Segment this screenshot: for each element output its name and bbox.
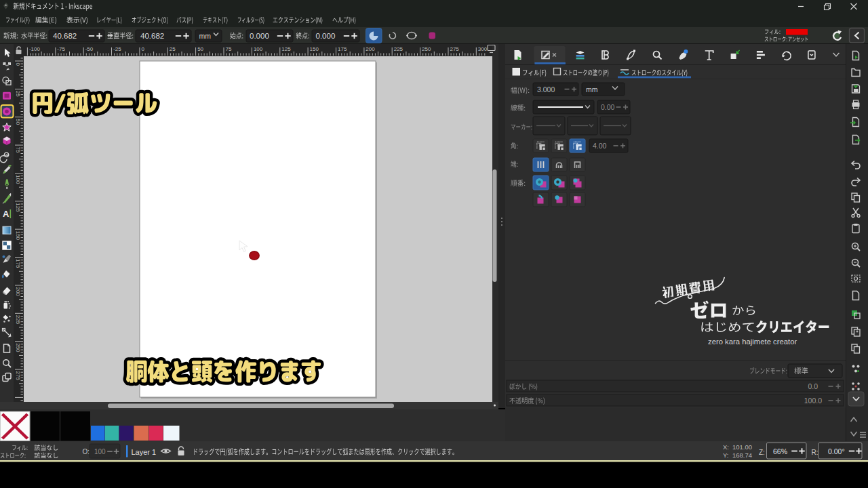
svg-text:125: 125 (281, 46, 291, 52)
svg-text:40.682: 40.682 (53, 32, 77, 40)
svg-text:-25: -25 (113, 46, 121, 52)
svg-text:0.0: 0.0 (808, 382, 818, 390)
svg-text:200: 200 (366, 46, 375, 52)
svg-text:0.000: 0.000 (250, 32, 269, 40)
svg-text:zero kara hajimete creator: zero kara hajimete creator (708, 338, 797, 346)
svg-text:40.682: 40.682 (140, 32, 164, 40)
svg-text:3.000: 3.000 (537, 85, 555, 94)
svg-text:25: 25 (15, 91, 21, 97)
svg-text:150: 150 (310, 46, 319, 52)
svg-text:200: 200 (15, 287, 21, 296)
svg-text:-100: -100 (29, 46, 41, 52)
svg-text:25: 25 (170, 46, 176, 52)
svg-text:100: 100 (94, 448, 106, 455)
svg-text:250: 250 (15, 343, 21, 352)
svg-text:275: 275 (15, 371, 21, 381)
svg-text:0.000: 0.000 (316, 32, 336, 40)
svg-text:4.00: 4.00 (593, 142, 607, 150)
svg-text:225: 225 (394, 46, 403, 52)
svg-text:mm: mm (586, 85, 598, 94)
svg-text:125: 125 (15, 203, 21, 212)
svg-text:50: 50 (197, 46, 203, 52)
svg-text:0.00: 0.00 (601, 103, 615, 111)
svg-text:75: 75 (226, 46, 232, 52)
svg-text:168.74: 168.74 (732, 451, 752, 459)
svg-text:0.00°: 0.00° (828, 447, 845, 455)
svg-text:-75: -75 (57, 46, 65, 52)
svg-text:0: 0 (15, 63, 21, 66)
svg-text:300: 300 (478, 46, 488, 52)
svg-text:0: 0 (141, 46, 144, 52)
svg-text:250: 250 (422, 46, 431, 52)
svg-text:275: 275 (450, 46, 459, 52)
svg-text:100.0: 100.0 (804, 396, 822, 405)
svg-text:175: 175 (338, 46, 347, 52)
svg-text:Layer 1: Layer 1 (132, 448, 157, 456)
svg-text:Y:: Y: (723, 451, 728, 459)
svg-text:X:: X: (723, 443, 729, 451)
svg-text:101.00: 101.00 (732, 443, 752, 451)
svg-text:mm: mm (199, 32, 212, 40)
svg-text:O:: O: (83, 448, 90, 455)
svg-text:150: 150 (15, 231, 21, 241)
svg-text:100: 100 (15, 175, 21, 184)
svg-text:225: 225 (15, 315, 21, 325)
svg-text:-50: -50 (85, 46, 94, 52)
svg-text:100: 100 (254, 46, 263, 52)
svg-text:Z:: Z: (759, 449, 765, 456)
svg-text:66%: 66% (773, 447, 787, 455)
svg-text:A: A (3, 209, 9, 219)
svg-text:75: 75 (15, 147, 21, 153)
svg-text:50: 50 (15, 119, 21, 125)
svg-text:R:: R: (812, 449, 818, 456)
svg-text:175: 175 (15, 259, 21, 268)
